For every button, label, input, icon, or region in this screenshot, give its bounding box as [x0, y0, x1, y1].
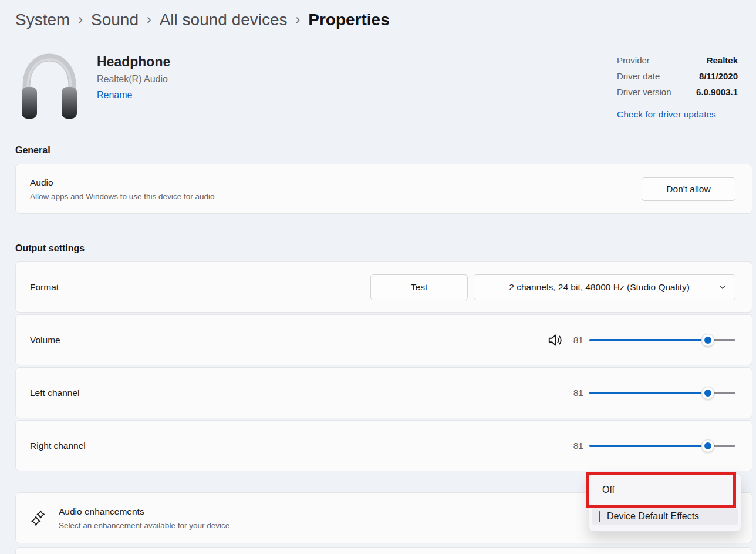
device-manufacturer: Realtek(R) Audio — [97, 74, 170, 85]
right-channel-row: Right channel 81 — [15, 420, 752, 471]
driver-value: Realtek — [707, 55, 738, 65]
driver-value: 6.0.9003.1 — [696, 87, 738, 97]
right-channel-value: 81 — [571, 441, 583, 451]
dropdown-item-label: Off — [602, 485, 615, 495]
audio-enhancements-title: Audio enhancements — [59, 506, 230, 517]
device-info: Headphone Realtek(R) Audio Rename — [97, 49, 170, 100]
breadcrumb-item-sound[interactable]: Sound — [91, 11, 139, 29]
format-label: Format — [30, 282, 59, 293]
right-channel-slider[interactable] — [589, 445, 735, 447]
dropdown-item-label: Device Default Effects — [607, 511, 699, 522]
chevron-down-icon — [719, 285, 726, 290]
sparkles-icon — [30, 509, 46, 527]
output-settings-heading: Output settings — [15, 242, 741, 254]
general-heading: General — [15, 145, 741, 156]
driver-row-version: Driver version 6.0.9003.1 — [617, 87, 738, 97]
left-channel-value: 81 — [571, 388, 583, 398]
dont-allow-button[interactable]: Don't allow — [642, 177, 735, 201]
driver-row-provider: Provider Realtek — [617, 55, 738, 65]
format-row: Format Test 2 channels, 24 bit, 48000 Hz… — [15, 261, 752, 313]
volume-slider[interactable] — [589, 339, 735, 341]
slider-fill — [589, 392, 708, 394]
slider-thumb-dot — [704, 390, 711, 397]
left-channel-slider[interactable] — [589, 392, 735, 394]
driver-label: Driver version — [617, 87, 671, 97]
audio-enhancements-subtitle: Select an enhancement available for your… — [59, 521, 230, 530]
audio-permission-text: Audio Allow apps and Windows to use this… — [30, 177, 214, 201]
format-select-value: 2 channels, 24 bit, 48000 Hz (Studio Qua… — [509, 282, 690, 293]
breadcrumb-item-properties: Properties — [308, 11, 390, 29]
speaker-waves-icon — [547, 332, 563, 348]
volume-label: Volume — [30, 335, 60, 345]
device-header: Headphone Realtek(R) Audio Rename Provid… — [18, 49, 738, 123]
device-name: Headphone — [97, 54, 170, 70]
dropdown-item-off[interactable]: Off — [589, 474, 741, 506]
rename-link[interactable]: Rename — [97, 90, 132, 100]
left-channel-label: Left channel — [30, 388, 79, 398]
breadcrumb-item-system[interactable]: System — [15, 11, 70, 29]
format-select[interactable]: 2 channels, 24 bit, 48000 Hz (Studio Qua… — [474, 274, 735, 300]
breadcrumb-separator-icon: › — [296, 12, 301, 28]
volume-row: Volume 81 — [15, 314, 752, 365]
check-driver-updates-link[interactable]: Check for driver updates — [617, 109, 716, 120]
slider-thumb[interactable] — [701, 439, 714, 452]
audio-row-title: Audio — [30, 177, 214, 188]
volume-value: 81 — [571, 335, 583, 345]
breadcrumb: System › Sound › All sound devices › Pro… — [15, 8, 756, 32]
driver-label: Driver date — [617, 71, 660, 81]
audio-enhancements-dropdown-menu: Off Device Default Effects — [589, 473, 741, 532]
slider-thumb-dot — [704, 442, 711, 449]
audio-enhancements-text: Audio enhancements Select an enhancement… — [59, 506, 230, 530]
slider-thumb[interactable] — [701, 387, 714, 399]
breadcrumb-separator-icon: › — [147, 12, 151, 28]
slider-thumb[interactable] — [701, 334, 714, 347]
slider-thumb-dot — [704, 337, 711, 344]
headphone-icon — [18, 49, 81, 123]
right-channel-label: Right channel — [30, 441, 86, 451]
dropdown-item-device-default-effects[interactable]: Device Default Effects — [592, 508, 738, 525]
driver-value: 8/11/2020 — [699, 71, 738, 81]
selected-indicator-bar — [599, 511, 600, 522]
next-row-partial — [15, 547, 752, 554]
left-channel-row: Left channel 81 — [15, 367, 752, 418]
slider-fill — [589, 445, 708, 447]
test-button[interactable]: Test — [370, 274, 468, 300]
slider-fill — [589, 339, 708, 341]
audio-permission-row: Audio Allow apps and Windows to use this… — [15, 164, 752, 214]
driver-info: Provider Realtek Driver date 8/11/2020 D… — [617, 49, 738, 120]
driver-label: Provider — [617, 55, 650, 65]
breadcrumb-item-all-sound-devices[interactable]: All sound devices — [160, 11, 288, 29]
driver-row-date: Driver date 8/11/2020 — [617, 71, 738, 81]
audio-row-subtitle: Allow apps and Windows to use this devic… — [30, 192, 214, 201]
breadcrumb-separator-icon: › — [78, 12, 83, 28]
